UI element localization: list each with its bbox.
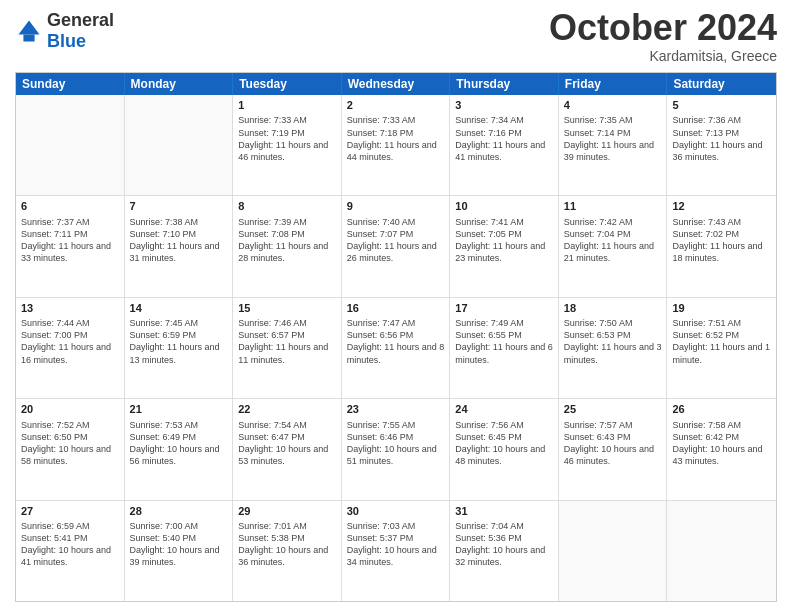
day-info: Sunrise: 7:49 AM Sunset: 6:55 PM Dayligh… [455, 317, 553, 366]
day-number: 12 [672, 199, 771, 214]
day-info: Sunrise: 7:04 AM Sunset: 5:36 PM Dayligh… [455, 520, 553, 569]
calendar-row: 13Sunrise: 7:44 AM Sunset: 7:00 PM Dayli… [16, 297, 776, 398]
calendar-cell: 2Sunrise: 7:33 AM Sunset: 7:18 PM Daylig… [342, 95, 451, 195]
calendar-cell: 5Sunrise: 7:36 AM Sunset: 7:13 PM Daylig… [667, 95, 776, 195]
calendar-cell: 17Sunrise: 7:49 AM Sunset: 6:55 PM Dayli… [450, 298, 559, 398]
calendar-cell [559, 501, 668, 601]
logo: General Blue [15, 10, 114, 52]
day-number: 17 [455, 301, 553, 316]
logo-icon [15, 17, 43, 45]
day-number: 6 [21, 199, 119, 214]
day-number: 15 [238, 301, 336, 316]
day-of-week-header: Tuesday [233, 73, 342, 95]
page: General Blue October 2024 Kardamitsia, G… [0, 0, 792, 612]
calendar-cell [667, 501, 776, 601]
day-info: Sunrise: 7:58 AM Sunset: 6:42 PM Dayligh… [672, 419, 771, 468]
day-number: 11 [564, 199, 662, 214]
day-info: Sunrise: 7:55 AM Sunset: 6:46 PM Dayligh… [347, 419, 445, 468]
day-info: Sunrise: 7:56 AM Sunset: 6:45 PM Dayligh… [455, 419, 553, 468]
day-number: 9 [347, 199, 445, 214]
day-info: Sunrise: 7:35 AM Sunset: 7:14 PM Dayligh… [564, 114, 662, 163]
day-info: Sunrise: 7:37 AM Sunset: 7:11 PM Dayligh… [21, 216, 119, 265]
calendar-cell: 25Sunrise: 7:57 AM Sunset: 6:43 PM Dayli… [559, 399, 668, 499]
day-info: Sunrise: 7:42 AM Sunset: 7:04 PM Dayligh… [564, 216, 662, 265]
calendar-cell: 24Sunrise: 7:56 AM Sunset: 6:45 PM Dayli… [450, 399, 559, 499]
day-info: Sunrise: 7:33 AM Sunset: 7:19 PM Dayligh… [238, 114, 336, 163]
day-number: 28 [130, 504, 228, 519]
day-of-week-header: Sunday [16, 73, 125, 95]
day-info: Sunrise: 7:47 AM Sunset: 6:56 PM Dayligh… [347, 317, 445, 366]
day-info: Sunrise: 7:38 AM Sunset: 7:10 PM Dayligh… [130, 216, 228, 265]
day-info: Sunrise: 7:41 AM Sunset: 7:05 PM Dayligh… [455, 216, 553, 265]
day-number: 23 [347, 402, 445, 417]
day-of-week-header: Wednesday [342, 73, 451, 95]
calendar-cell: 1Sunrise: 7:33 AM Sunset: 7:19 PM Daylig… [233, 95, 342, 195]
svg-marker-0 [19, 21, 40, 35]
day-number: 3 [455, 98, 553, 113]
day-info: Sunrise: 7:34 AM Sunset: 7:16 PM Dayligh… [455, 114, 553, 163]
day-info: Sunrise: 7:03 AM Sunset: 5:37 PM Dayligh… [347, 520, 445, 569]
calendar-title: October 2024 [549, 10, 777, 46]
day-number: 24 [455, 402, 553, 417]
calendar-cell: 10Sunrise: 7:41 AM Sunset: 7:05 PM Dayli… [450, 196, 559, 296]
calendar-cell: 16Sunrise: 7:47 AM Sunset: 6:56 PM Dayli… [342, 298, 451, 398]
calendar-cell: 18Sunrise: 7:50 AM Sunset: 6:53 PM Dayli… [559, 298, 668, 398]
calendar-subtitle: Kardamitsia, Greece [549, 48, 777, 64]
calendar-cell: 3Sunrise: 7:34 AM Sunset: 7:16 PM Daylig… [450, 95, 559, 195]
day-info: Sunrise: 7:36 AM Sunset: 7:13 PM Dayligh… [672, 114, 771, 163]
calendar-cell [125, 95, 234, 195]
day-info: Sunrise: 7:01 AM Sunset: 5:38 PM Dayligh… [238, 520, 336, 569]
day-number: 30 [347, 504, 445, 519]
calendar-cell: 31Sunrise: 7:04 AM Sunset: 5:36 PM Dayli… [450, 501, 559, 601]
calendar-cell: 23Sunrise: 7:55 AM Sunset: 6:46 PM Dayli… [342, 399, 451, 499]
logo-blue: Blue [47, 31, 86, 51]
calendar-row: 20Sunrise: 7:52 AM Sunset: 6:50 PM Dayli… [16, 398, 776, 499]
calendar-cell: 8Sunrise: 7:39 AM Sunset: 7:08 PM Daylig… [233, 196, 342, 296]
calendar-cell: 4Sunrise: 7:35 AM Sunset: 7:14 PM Daylig… [559, 95, 668, 195]
day-info: Sunrise: 7:50 AM Sunset: 6:53 PM Dayligh… [564, 317, 662, 366]
calendar-cell: 26Sunrise: 7:58 AM Sunset: 6:42 PM Dayli… [667, 399, 776, 499]
calendar-body: 1Sunrise: 7:33 AM Sunset: 7:19 PM Daylig… [16, 95, 776, 601]
day-info: Sunrise: 7:39 AM Sunset: 7:08 PM Dayligh… [238, 216, 336, 265]
header: General Blue October 2024 Kardamitsia, G… [15, 10, 777, 64]
day-info: Sunrise: 7:33 AM Sunset: 7:18 PM Dayligh… [347, 114, 445, 163]
calendar-cell: 27Sunrise: 6:59 AM Sunset: 5:41 PM Dayli… [16, 501, 125, 601]
day-number: 26 [672, 402, 771, 417]
day-number: 31 [455, 504, 553, 519]
day-number: 25 [564, 402, 662, 417]
day-of-week-header: Friday [559, 73, 668, 95]
day-number: 7 [130, 199, 228, 214]
day-of-week-header: Thursday [450, 73, 559, 95]
day-info: Sunrise: 7:54 AM Sunset: 6:47 PM Dayligh… [238, 419, 336, 468]
day-info: Sunrise: 6:59 AM Sunset: 5:41 PM Dayligh… [21, 520, 119, 569]
calendar-cell [16, 95, 125, 195]
day-info: Sunrise: 7:51 AM Sunset: 6:52 PM Dayligh… [672, 317, 771, 366]
day-info: Sunrise: 7:00 AM Sunset: 5:40 PM Dayligh… [130, 520, 228, 569]
calendar-cell: 13Sunrise: 7:44 AM Sunset: 7:00 PM Dayli… [16, 298, 125, 398]
calendar-cell: 28Sunrise: 7:00 AM Sunset: 5:40 PM Dayli… [125, 501, 234, 601]
calendar-row: 27Sunrise: 6:59 AM Sunset: 5:41 PM Dayli… [16, 500, 776, 601]
calendar-cell: 29Sunrise: 7:01 AM Sunset: 5:38 PM Dayli… [233, 501, 342, 601]
day-info: Sunrise: 7:40 AM Sunset: 7:07 PM Dayligh… [347, 216, 445, 265]
day-number: 1 [238, 98, 336, 113]
calendar-cell: 19Sunrise: 7:51 AM Sunset: 6:52 PM Dayli… [667, 298, 776, 398]
calendar-cell: 22Sunrise: 7:54 AM Sunset: 6:47 PM Dayli… [233, 399, 342, 499]
calendar-cell: 20Sunrise: 7:52 AM Sunset: 6:50 PM Dayli… [16, 399, 125, 499]
day-of-week-header: Saturday [667, 73, 776, 95]
calendar-cell: 12Sunrise: 7:43 AM Sunset: 7:02 PM Dayli… [667, 196, 776, 296]
day-number: 22 [238, 402, 336, 417]
day-number: 21 [130, 402, 228, 417]
calendar-cell: 30Sunrise: 7:03 AM Sunset: 5:37 PM Dayli… [342, 501, 451, 601]
day-number: 29 [238, 504, 336, 519]
day-number: 18 [564, 301, 662, 316]
day-number: 20 [21, 402, 119, 417]
day-number: 2 [347, 98, 445, 113]
day-number: 10 [455, 199, 553, 214]
day-info: Sunrise: 7:53 AM Sunset: 6:49 PM Dayligh… [130, 419, 228, 468]
day-number: 16 [347, 301, 445, 316]
calendar-row: 6Sunrise: 7:37 AM Sunset: 7:11 PM Daylig… [16, 195, 776, 296]
day-number: 4 [564, 98, 662, 113]
calendar-cell: 15Sunrise: 7:46 AM Sunset: 6:57 PM Dayli… [233, 298, 342, 398]
calendar-cell: 11Sunrise: 7:42 AM Sunset: 7:04 PM Dayli… [559, 196, 668, 296]
day-info: Sunrise: 7:52 AM Sunset: 6:50 PM Dayligh… [21, 419, 119, 468]
